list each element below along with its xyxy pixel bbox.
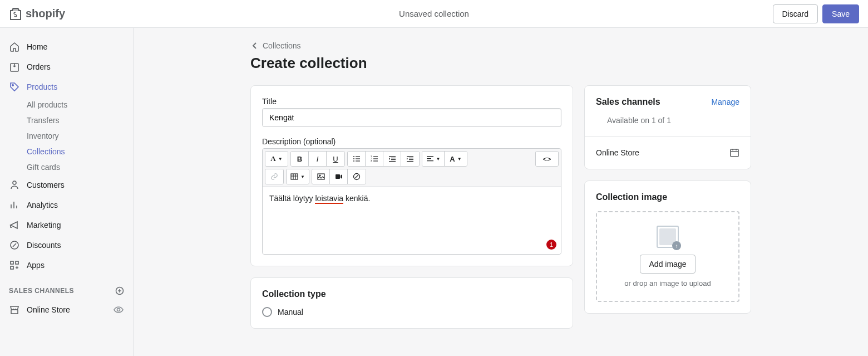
calendar-icon[interactable] [729, 148, 739, 158]
nav-gift-cards[interactable]: Gift cards [0, 159, 133, 175]
add-image-button[interactable]: Add image [640, 255, 696, 274]
svg-rect-6 [11, 266, 13, 269]
add-channel-icon[interactable] [115, 286, 124, 295]
desc-text-prefix: Täältä löytyy [269, 194, 315, 203]
main-content: Collections Create collection Title Desc… [134, 28, 868, 353]
rte-image-button[interactable] [312, 169, 330, 184]
channel-online-store: Online Store [596, 148, 739, 158]
svg-rect-10 [356, 156, 360, 157]
sidebar: Home Orders Products All products Transf… [0, 28, 134, 353]
topbar: shopify Unsaved collection Discard Save [0, 0, 868, 28]
collection-image-card: Collection image ↑ Add image or drop an … [584, 181, 751, 314]
nav-online-store[interactable]: Online Store [0, 300, 133, 320]
chevron-left-icon [250, 41, 259, 50]
collection-type-manual[interactable]: Manual [262, 307, 561, 317]
svg-rect-24 [389, 161, 396, 162]
brand-name: shopify [26, 7, 65, 20]
dropzone-placeholder-icon: ↑ [657, 226, 679, 248]
upload-arrow-icon: ↑ [672, 241, 681, 250]
rte-toolbar: A▼ B I U [263, 149, 561, 187]
svg-rect-31 [427, 160, 433, 161]
analytics-icon [9, 199, 20, 211]
rte-video-button[interactable] [330, 169, 348, 184]
view-icon[interactable] [113, 304, 124, 315]
nav-analytics[interactable]: Analytics [0, 195, 133, 215]
description-editor[interactable]: Täältä löytyy loistavia kenkiä. [263, 187, 561, 254]
nav-inventory[interactable]: Inventory [0, 128, 133, 144]
topbar-title: Unsaved collection [399, 9, 469, 18]
rte-clear-button[interactable] [348, 169, 366, 184]
rte-bold-button[interactable]: B [291, 152, 309, 166]
sales-channels-label: SALES CHANNELS [9, 287, 74, 295]
svg-point-8 [117, 309, 120, 311]
apps-icon [9, 260, 20, 271]
svg-point-34 [319, 175, 320, 176]
rte-bullet-list-button[interactable] [348, 152, 366, 166]
nav-analytics-label: Analytics [27, 201, 58, 209]
nav-home[interactable]: Home [0, 37, 133, 57]
rte-indent-button[interactable] [401, 152, 419, 166]
svg-rect-4 [11, 261, 13, 264]
svg-rect-27 [409, 159, 413, 160]
sales-channels-title: Sales channels [596, 97, 660, 107]
shopify-logo[interactable]: shopify [9, 7, 65, 21]
title-description-card: Title Description (optional) A▼ [250, 85, 573, 266]
manage-link[interactable]: Manage [711, 97, 739, 106]
nav-online-store-label: Online Store [27, 305, 70, 314]
products-icon [9, 81, 20, 92]
nav-marketing[interactable]: Marketing [0, 215, 133, 235]
title-label: Title [262, 97, 561, 106]
radio-manual-label: Manual [278, 308, 303, 316]
rte-number-list-button[interactable]: 123 [366, 152, 383, 166]
nav-customers[interactable]: Customers [0, 175, 133, 195]
svg-rect-14 [356, 160, 360, 161]
rte-table-button[interactable]: ▼ [287, 169, 309, 184]
svg-rect-29 [427, 156, 433, 157]
discounts-icon [9, 240, 20, 251]
nav-apps[interactable]: Apps [0, 255, 133, 275]
nav-discounts[interactable]: Discounts [0, 235, 133, 255]
rte-outdent-button[interactable] [383, 152, 401, 166]
svg-rect-32 [291, 174, 298, 179]
nav-orders[interactable]: Orders [0, 57, 133, 77]
svg-text:3: 3 [371, 159, 372, 162]
nav-orders-label: Orders [27, 62, 51, 71]
nav-transfers[interactable]: Transfers [0, 113, 133, 128]
svg-rect-23 [391, 159, 396, 160]
rte-code-button[interactable]: <> [536, 152, 558, 166]
save-button[interactable]: Save [822, 4, 859, 23]
rte-color-button[interactable]: A▼ [445, 152, 467, 166]
svg-rect-5 [16, 261, 18, 264]
orders-icon [9, 61, 20, 72]
rte-italic-button[interactable]: I [309, 152, 327, 166]
breadcrumb-label: Collections [263, 41, 300, 50]
svg-point-1 [12, 85, 13, 86]
description-label: Description (optional) [262, 137, 561, 146]
nav-customers-label: Customers [27, 181, 65, 189]
svg-rect-28 [407, 161, 413, 162]
svg-rect-37 [731, 149, 738, 157]
nav-discounts-label: Discounts [27, 241, 61, 250]
rte-underline-button[interactable]: U [327, 152, 344, 166]
breadcrumb[interactable]: Collections [250, 41, 751, 50]
svg-point-11 [353, 158, 354, 159]
discard-button[interactable]: Discard [773, 4, 818, 23]
svg-point-9 [353, 156, 354, 157]
radio-manual[interactable] [262, 307, 272, 317]
page-title: Create collection [250, 55, 751, 72]
image-dropzone[interactable]: ↑ Add image or drop an image to upload [596, 211, 739, 302]
home-icon [9, 41, 20, 52]
nav-sales-channels-header: SALES CHANNELS [0, 275, 133, 300]
dropzone-hint: or drop an image to upload [606, 279, 729, 287]
nav-products[interactable]: Products [0, 77, 133, 97]
error-count-badge: 1 [546, 240, 556, 250]
rte-font-button[interactable]: A▼ [265, 152, 288, 166]
rte-link-button[interactable] [265, 169, 283, 184]
title-input[interactable] [262, 108, 561, 127]
svg-rect-20 [373, 160, 378, 161]
collection-image-title: Collection image [596, 192, 739, 202]
nav-all-products[interactable]: All products [0, 97, 133, 113]
nav-collections[interactable]: Collections [0, 144, 133, 159]
rte-align-button[interactable]: ▼ [422, 152, 445, 166]
online-store-icon [9, 304, 20, 315]
